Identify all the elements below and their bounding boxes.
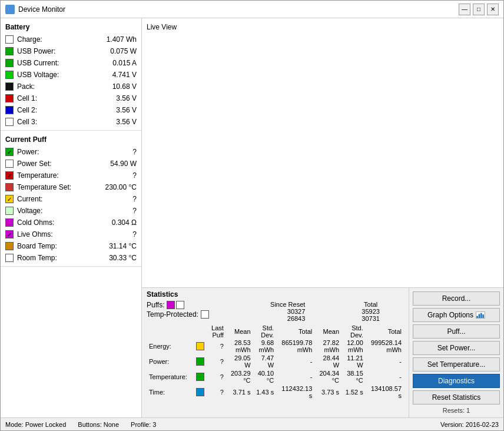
puff-row-tempset: Temperature Set: 230.00 °C [1,181,141,193]
diagnostics-button[interactable]: Diagnostics [413,374,500,388]
battery-row-cell1: Cell 1: 3.56 V [1,92,141,104]
puff-row-coldohms: Cold Ohms: 0.304 Ω [1,217,141,228]
temp-total: 30731 [357,315,384,322]
right-panel: Live View Statistics Puffs: [142,18,503,417]
stat-power-total1: - [276,354,314,369]
stat-power-mean2: 28.44 W [314,354,341,369]
stat-energy-stddev2: 12.00 mWh [341,339,366,354]
puff-value-tempset: 230.00 °C [95,183,137,191]
svg-rect-0 [476,316,478,318]
puff-label-tempset: Temperature Set: [17,183,95,191]
battery-value-cell1: 3.56 V [95,94,137,102]
title-bar: Device Monitor — □ ✕ [1,1,503,18]
stat-time-total2: 134108.57 s [366,384,404,400]
stat-label-power: Power: [147,354,194,369]
app-icon [5,5,15,14]
svg-rect-3 [482,314,484,318]
content-area: Battery Charge: 1.407 Wh USB Power: 0.07… [1,18,503,417]
battery-row-pack: Pack: 10.68 V [1,81,141,92]
puff-label-power: Power: [17,148,95,156]
stat-energy-mean2: 27.82 mWh [314,339,341,354]
buttons-panel: Record... Graph Options Puff... Set Powe… [409,288,503,417]
stat-energy-total1: 865199.78 mWh [276,339,314,354]
puffs-label: Puffs: [147,301,164,309]
graph-options-label: Graph Options [427,311,473,319]
puff-row-liveohms: ✓ Live Ohms: ? [1,228,141,240]
battery-label-cell1: Cell 1: [17,94,95,102]
battery-label-cell2: Cell 2: [17,106,95,114]
puff-row-voltage: Voltage: ? [1,205,141,217]
puffs-color-box2 [176,301,184,309]
set-power-button[interactable]: Set Power... [413,341,500,355]
battery-color-usbpower [5,47,14,55]
col-stddev1: Std. Dev. [253,324,277,339]
stat-power-stddev2: 11.21 W [341,354,366,369]
maximize-button[interactable]: □ [473,4,485,15]
puff-row-roomtemp: Room Temp: 30.33 °C [1,252,141,264]
stat-label-energy: Energy: [147,339,194,354]
temp-protected-label: Temp-Protected: [147,310,198,319]
battery-value-usbvoltage: 4.741 V [95,71,137,79]
since-reset-header: Since Reset [266,301,310,308]
stat-time-lastpuff: ? [207,384,226,400]
puff-check-powerset[interactable] [5,160,14,168]
puff-check-liveohms[interactable]: ✓ [5,230,14,238]
graph-options-icon [476,311,485,319]
battery-color-usbcurrent [5,59,14,67]
stats-detail-table: Last Puff Mean Std. Dev. Total Mean Std.… [147,324,404,400]
record-button[interactable]: Record... [413,291,500,306]
reset-statistics-button[interactable]: Reset Statistics [413,390,500,405]
stat-temperature-lastpuff: ? [207,369,226,384]
stat-row-time: Time: ? 3.71 s 1.43 s 112432.13 s 3.73 s… [147,384,404,400]
stat-temperature-mean2: 204.34 °C [314,369,341,384]
battery-value-cell3: 3.56 V [95,118,137,126]
puff-value-powerset: 54.90 W [95,160,137,168]
battery-row-usbpower: USB Power: 0.075 W [1,45,141,57]
stat-temperature-stddev2: 38.15 °C [341,369,366,384]
col-total1: Total [276,324,314,339]
battery-label-pack: Pack: [17,82,95,91]
title-controls: — □ ✕ [459,4,499,15]
set-temperature-button[interactable]: Set Temperature... [413,357,500,372]
col-last-puff: Last Puff [207,324,226,339]
stat-power-total2: - [366,354,404,369]
puff-value-boardtemp: 31.14 °C [95,242,137,250]
puff-row-power: ✓ Power: ? [1,146,141,158]
main-window: Device Monitor — □ ✕ Battery Charge: 1.4… [0,0,504,431]
stat-energy-mean1: 28.53 mWh [226,339,253,354]
window-title: Device Monitor [18,5,459,14]
puff-label-coldohms: Cold Ohms: [17,218,95,227]
puff-button[interactable]: Puff... [413,324,500,339]
puff-check-tempset[interactable] [5,183,14,191]
stat-power-lastpuff: ? [207,354,226,369]
puff-value-voltage: ? [95,207,137,215]
puff-row-boardtemp: Board Temp: 31.14 °C [1,240,141,252]
puff-check-roomtemp[interactable] [5,254,14,262]
stat-color-time [196,388,204,396]
puffs-color-box1 [167,301,175,309]
puffs-total: 35923 [357,308,384,315]
puff-check-temperature[interactable]: ✓ [5,171,14,180]
stat-color-power [196,357,204,366]
battery-value-cell2: 3.56 V [95,106,137,114]
battery-label-charge: Charge: [17,35,95,44]
left-panel: Battery Charge: 1.407 Wh USB Power: 0.07… [1,18,142,417]
stat-label-time: Time: [147,384,194,400]
puff-check-power[interactable]: ✓ [5,148,14,156]
svg-rect-1 [479,314,480,318]
battery-value-pack: 10.68 V [95,82,137,91]
puff-check-voltage[interactable] [5,207,14,215]
puff-value-liveohms: ? [95,230,137,238]
puff-label-temperature: Temperature: [17,171,95,180]
graph-options-button[interactable]: Graph Options [413,308,500,322]
close-button[interactable]: ✕ [487,4,499,15]
puff-value-coldohms: 0.304 Ω [95,218,137,227]
stat-temperature-mean1: 203.29 °C [226,369,253,384]
live-view-label: Live View [147,23,177,31]
puff-check-current[interactable]: ✓ [5,195,14,203]
temp-since-reset: 26843 [266,315,310,322]
minimize-button[interactable]: — [459,4,470,15]
puff-check-boardtemp[interactable] [5,242,14,250]
puff-check-coldohms[interactable] [5,218,14,227]
status-profile: Profile: 3 [131,421,156,428]
